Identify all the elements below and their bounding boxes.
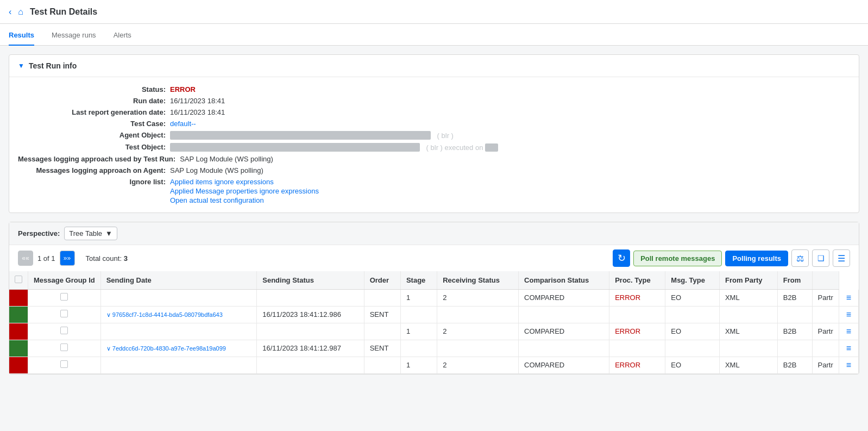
row-checkbox-cell (28, 290, 101, 307)
table-row: 12COMPAREDERROREOXMLB2BPartr≡ (9, 323, 859, 340)
perspective-label: Perspective: (18, 229, 60, 238)
cell-receiving-status: COMPARED (519, 357, 609, 373)
cell-proc-type: EO (665, 323, 720, 340)
compare-button[interactable]: ⚖ (791, 249, 809, 267)
refresh-button[interactable]: ↻ (613, 249, 630, 267)
test-object-suffix: ( blr ) executed on TTT (424, 143, 498, 152)
row-checkbox[interactable] (60, 293, 68, 301)
info-row-agent-object: Agent Object: ( blr ) (18, 129, 850, 141)
section-title: Test Run info (29, 61, 77, 70)
cell-sending-date (257, 323, 364, 340)
row-menu-button[interactable]: ≡ (846, 327, 851, 336)
row-menu-button[interactable]: ≡ (846, 293, 851, 302)
info-table: Status: ERROR Run date: 16/11/2023 18:41… (9, 77, 859, 213)
cell-from: Partr (812, 357, 839, 373)
info-row-last-report: Last report generation date: 16/11/2023 … (18, 107, 850, 118)
tab-alerts[interactable]: Alerts (114, 24, 131, 46)
row-menu-button[interactable]: ≡ (846, 360, 851, 370)
row-menu-button[interactable]: ≡ (846, 343, 851, 353)
data-table: Message Group Id Sending Date Sending St… (9, 271, 859, 374)
cell-stage: 2 (437, 323, 519, 340)
cell-receiving-status (519, 340, 609, 357)
cell-proc-type (665, 340, 720, 357)
info-row-run-date: Run date: 16/11/2023 18:41 (18, 95, 850, 107)
cell-from-party: B2B (777, 323, 812, 340)
poll-remote-button[interactable]: Poll remote messages (633, 251, 722, 266)
cell-sending-status (364, 357, 400, 373)
cell-sending-status (364, 323, 400, 340)
cell-comparison-status: ERROR (609, 323, 665, 340)
cell-from: Partr (812, 290, 839, 307)
value-status: ERROR (170, 85, 196, 93)
value-agent-object (170, 131, 431, 140)
value-run-date: 16/11/2023 18:41 (170, 97, 225, 105)
row-indicator-cell (9, 357, 28, 373)
back-button[interactable]: ‹ (9, 7, 11, 17)
row-indicator-cell (9, 340, 28, 357)
cell-sending-status (364, 290, 400, 307)
value-test-case[interactable]: default-- (170, 120, 196, 128)
cell-from (812, 306, 839, 323)
row-checkbox[interactable] (60, 360, 68, 368)
perspective-bar: Perspective: Tree Table ▼ (9, 222, 859, 245)
page-title: Test Run Details (30, 7, 97, 17)
col-header-receiving-status: Receiving Status (437, 271, 519, 290)
value-last-report: 16/11/2023 18:41 (170, 108, 225, 116)
home-icon[interactable]: ⌂ (18, 7, 23, 17)
collapse-icon: ▼ (18, 62, 24, 70)
test-run-info-card: ▼ Test Run info Status: ERROR Run date: … (9, 54, 859, 213)
cell-order: 1 (400, 357, 437, 373)
cell-receiving-status (519, 306, 609, 323)
copy-button[interactable]: ❑ (812, 249, 829, 267)
expand-button[interactable]: ∨ 97658cf7-1c8d-4414-bda5-08079bdfa643 (106, 311, 223, 318)
label-ignore-list: Ignore list: (18, 178, 170, 186)
value-test-object (170, 143, 420, 152)
cell-order: 1 (400, 290, 437, 307)
agent-object-suffix: ( blr ) (435, 132, 454, 140)
row-checkbox[interactable] (60, 310, 68, 317)
link-applied-items[interactable]: Applied items ignore expressions (170, 178, 319, 186)
col-header-sending-date: Sending Date (100, 271, 257, 290)
cell-stage: 2 (437, 290, 519, 307)
section-header[interactable]: ▼ Test Run info (9, 55, 859, 77)
polling-results-button[interactable]: Polling results (725, 251, 788, 266)
cell-from-party (777, 306, 812, 323)
cell-from-party: B2B (777, 290, 812, 307)
cell-proc-type (665, 306, 720, 323)
cell-order (400, 306, 437, 323)
value-logging-agent: SAP Log Module (WS polling) (170, 166, 263, 174)
cell-proc-type: EO (665, 290, 720, 307)
cell-sending-date: 16/11/2023 18:41:12.987 (257, 340, 364, 357)
cell-message-group-id (100, 323, 257, 340)
row-menu-button[interactable]: ≡ (846, 310, 851, 319)
cell-row-menu: ≡ (839, 357, 858, 373)
expand-button[interactable]: ∨ 7eddcc6d-720b-4830-a97e-7ee98a19a099 (106, 345, 226, 352)
label-logging-agent: Messages logging approach on Agent: (18, 166, 170, 174)
row-checkbox-cell (28, 357, 101, 373)
row-checkbox[interactable] (60, 343, 68, 351)
row-checkbox[interactable] (60, 327, 68, 334)
next-page-button[interactable]: »» (60, 251, 75, 266)
row-checkbox-cell (28, 340, 101, 357)
cell-comparison-status: ERROR (609, 357, 665, 373)
link-open-test-config[interactable]: Open actual test configuration (170, 196, 319, 204)
tab-message-runs[interactable]: Message runs (52, 24, 96, 46)
tab-results[interactable]: Results (9, 24, 34, 46)
cell-from-party (777, 340, 812, 357)
cell-receiving-status: COMPARED (519, 290, 609, 307)
menu-button[interactable]: ☰ (833, 249, 850, 267)
perspective-select[interactable]: Tree Table ▼ (64, 227, 117, 240)
link-applied-message[interactable]: Applied Message properties ignore expres… (170, 187, 319, 195)
col-header-stage: Stage (400, 271, 437, 290)
col-header-order: Order (364, 271, 400, 290)
cell-msg-type: XML (719, 357, 777, 373)
col-header-select (9, 271, 28, 290)
col-header-comparison-status: Comparison Status (519, 271, 609, 290)
header-checkbox[interactable] (15, 276, 22, 283)
cell-sending-date: 16/11/2023 18:41:12.986 (257, 306, 364, 323)
info-row-logging-test-run: Messages logging approach used by Test R… (18, 153, 850, 165)
prev-page-button[interactable]: «« (18, 251, 33, 266)
cell-row-menu: ≡ (839, 323, 858, 340)
info-row-ignore-list: Ignore list: Applied items ignore expres… (18, 176, 850, 206)
info-row-logging-agent: Messages logging approach on Agent: SAP … (18, 165, 850, 176)
